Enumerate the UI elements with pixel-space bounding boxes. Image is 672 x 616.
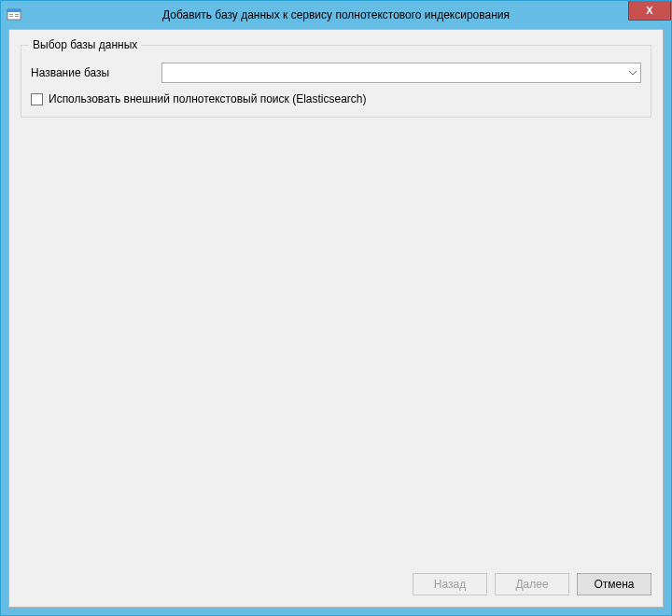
database-selection-groupbox: Выбор базы данных Название базы (21, 45, 651, 118)
elasticsearch-checkbox[interactable] (31, 93, 43, 105)
cancel-button[interactable]: Отмена (577, 573, 651, 595)
client-area: Выбор базы данных Название базы (8, 29, 664, 608)
chevron-down-icon (624, 63, 640, 82)
db-name-row: Название базы (31, 63, 641, 83)
next-button: Далее (495, 573, 569, 595)
svg-rect-2 (9, 14, 13, 15)
elasticsearch-checkbox-row: Использовать внешний полнотекстовый поис… (31, 92, 641, 105)
db-name-combobox[interactable] (161, 63, 641, 83)
close-button[interactable]: X (628, 1, 671, 21)
titlebar: Добавить базу данных к сервису полнотекс… (1, 1, 671, 29)
back-button: Назад (413, 573, 487, 595)
close-icon: X (646, 5, 652, 16)
svg-rect-3 (9, 16, 13, 17)
groupbox-title: Выбор базы данных (29, 38, 141, 51)
svg-rect-5 (15, 16, 19, 17)
elasticsearch-checkbox-label: Использовать внешний полнотекстовый поис… (49, 92, 366, 105)
dialog-window: Добавить базу данных к сервису полнотекс… (0, 0, 672, 616)
button-row: Назад Далее Отмена (21, 573, 651, 595)
client-outer: Выбор базы данных Название базы (1, 29, 671, 615)
db-name-label: Название базы (31, 66, 161, 79)
spacer (21, 118, 651, 564)
app-icon (7, 7, 21, 22)
svg-rect-1 (7, 9, 21, 12)
window-title: Добавить базу данных к сервису полнотекс… (162, 8, 510, 21)
svg-rect-4 (15, 14, 19, 15)
